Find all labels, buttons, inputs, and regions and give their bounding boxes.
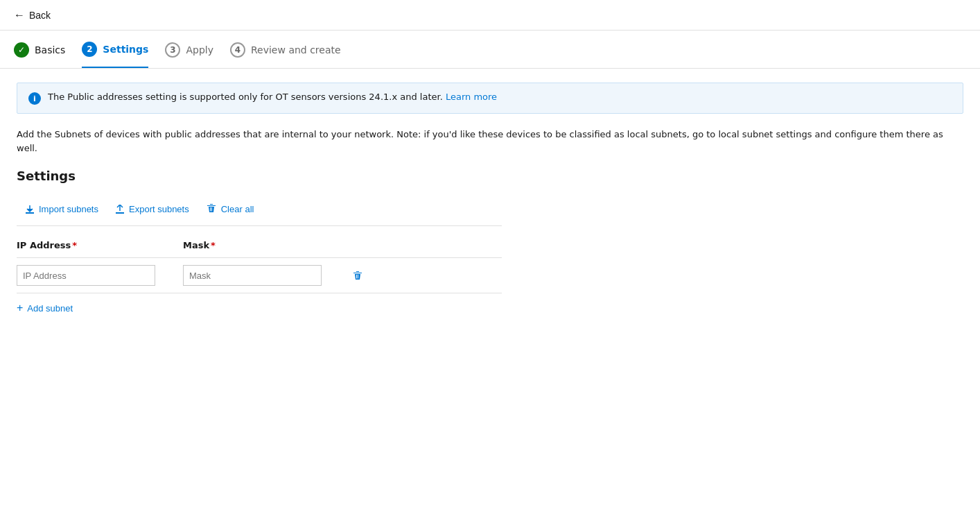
delete-cell bbox=[349, 267, 391, 284]
step-review[interactable]: 4 Review and create bbox=[230, 42, 341, 67]
svg-rect-3 bbox=[116, 212, 124, 214]
clear-all-label: Clear all bbox=[221, 204, 254, 214]
toolbar: Import subnets Export subnets Clear all bbox=[17, 200, 502, 226]
step-circle-apply: 3 bbox=[165, 42, 180, 58]
info-banner: i The Public addresses setting is suppor… bbox=[17, 83, 963, 114]
svg-rect-1 bbox=[26, 212, 34, 214]
delete-trash-icon bbox=[352, 270, 363, 281]
delete-row-button[interactable] bbox=[349, 267, 366, 284]
step-circle-review: 4 bbox=[230, 42, 245, 58]
step-settings[interactable]: 2 Settings bbox=[82, 42, 148, 68]
back-label: Back bbox=[29, 10, 51, 21]
step-label-settings: Settings bbox=[103, 44, 148, 55]
learn-more-link[interactable]: Learn more bbox=[446, 92, 497, 102]
wizard-steps: ✓ Basics 2 Settings 3 Apply 4 Review and… bbox=[0, 31, 980, 69]
plus-icon: + bbox=[17, 302, 23, 314]
import-subnets-label: Import subnets bbox=[39, 204, 98, 214]
mask-input[interactable] bbox=[183, 265, 322, 286]
step-circle-basics: ✓ bbox=[14, 42, 29, 58]
main-content: i The Public addresses setting is suppor… bbox=[0, 69, 980, 335]
export-subnets-button[interactable]: Export subnets bbox=[107, 201, 198, 217]
clear-all-button[interactable]: Clear all bbox=[198, 200, 263, 219]
trash-icon bbox=[206, 203, 217, 216]
step-basics[interactable]: ✓ Basics bbox=[14, 42, 65, 67]
export-subnets-label: Export subnets bbox=[129, 204, 189, 214]
table-header: IP Address* Mask* bbox=[17, 233, 502, 258]
info-banner-text: The Public addresses setting is supporte… bbox=[48, 92, 497, 102]
ip-address-input[interactable] bbox=[17, 265, 155, 286]
col-header-ip: IP Address* bbox=[17, 240, 183, 250]
step-circle-settings: 2 bbox=[82, 42, 97, 57]
import-icon bbox=[25, 205, 35, 214]
back-button[interactable]: ← Back bbox=[14, 9, 51, 22]
mask-cell bbox=[183, 265, 349, 286]
step-label-basics: Basics bbox=[35, 44, 65, 55]
import-subnets-button[interactable]: Import subnets bbox=[17, 201, 107, 217]
col-header-mask: Mask* bbox=[183, 240, 349, 250]
info-icon: i bbox=[28, 92, 41, 105]
section-title: Settings bbox=[17, 169, 963, 183]
required-star-mask: * bbox=[211, 240, 216, 250]
ip-address-cell bbox=[17, 265, 183, 286]
required-star-ip: * bbox=[72, 240, 77, 250]
add-subnet-label: Add subnet bbox=[27, 303, 73, 314]
step-label-apply: Apply bbox=[186, 44, 213, 55]
step-label-review: Review and create bbox=[251, 44, 341, 55]
description-text: Add the Subnets of devices with public a… bbox=[17, 128, 963, 155]
table-row bbox=[17, 258, 502, 293]
add-subnet-button[interactable]: + Add subnet bbox=[17, 295, 73, 321]
top-bar: ← Back bbox=[0, 0, 980, 31]
step-apply[interactable]: 3 Apply bbox=[165, 42, 213, 67]
back-arrow-icon: ← bbox=[14, 9, 25, 22]
export-icon bbox=[115, 205, 125, 214]
